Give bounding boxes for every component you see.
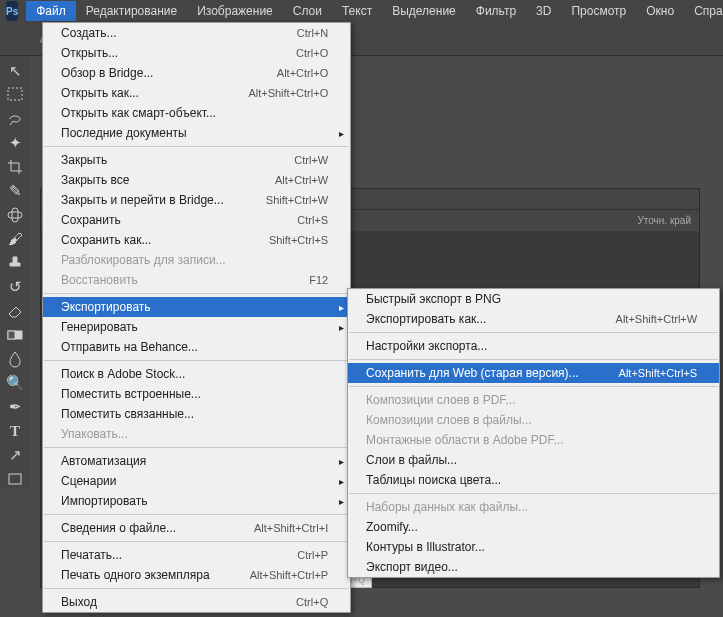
file-menu-item-15[interactable]: Экспортировать: [43, 297, 350, 317]
svg-rect-0: [8, 88, 22, 100]
export-menu-item-7: Композиции слоев в PDF...: [348, 390, 719, 410]
pen-tool-icon[interactable]: ✒: [6, 398, 24, 416]
dodge-tool-icon[interactable]: 🔍: [6, 374, 24, 392]
blur-tool-icon[interactable]: [6, 350, 24, 368]
wand-tool-icon[interactable]: ✦: [6, 134, 24, 152]
export-menu-item-14[interactable]: Zoomify...: [348, 517, 719, 537]
file-dropdown: Создать...Ctrl+NОткрыть...Ctrl+OОбзор в …: [42, 22, 351, 613]
file-menu-shortcut-3: Alt+Shift+Ctrl+O: [248, 87, 328, 99]
export-menu-item-0[interactable]: Быстрый экспорт в PNG: [348, 289, 719, 309]
file-menu-item-30[interactable]: Печатать...Ctrl+P: [43, 545, 350, 565]
crop-tool-icon[interactable]: [6, 158, 24, 176]
menu-view[interactable]: Просмотр: [561, 1, 636, 21]
export-menu-item-11[interactable]: Таблицы поиска цвета...: [348, 470, 719, 490]
file-menu-label-1: Открыть...: [61, 46, 118, 60]
file-menu-label-3: Открыть как...: [61, 86, 139, 100]
tool-palette: ↖ ✦ ✎ 🖌 ↺ 🔍 ✒ T ↗: [0, 56, 30, 488]
file-menu-item-12: Разблокировать для записи...: [43, 250, 350, 270]
export-menu-item-15[interactable]: Контуры в Illustrator...: [348, 537, 719, 557]
file-menu-item-11[interactable]: Сохранить как...Shift+Ctrl+S: [43, 230, 350, 250]
stamp-tool-icon[interactable]: [6, 254, 24, 272]
file-menu-item-7[interactable]: ЗакрытьCtrl+W: [43, 150, 350, 170]
file-menu-item-10[interactable]: СохранитьCtrl+S: [43, 210, 350, 230]
file-menu-item-20[interactable]: Поместить встроенные...: [43, 384, 350, 404]
menu-filter[interactable]: Фильтр: [466, 1, 526, 21]
file-menu-shortcut-10: Ctrl+S: [297, 214, 328, 226]
path-select-icon[interactable]: ↗: [6, 446, 24, 464]
file-menu-label-33: Выход: [61, 595, 97, 609]
file-menu-item-0[interactable]: Создать...Ctrl+N: [43, 23, 350, 43]
export-menu-label-16: Экспорт видео...: [366, 560, 458, 574]
file-menu-label-10: Сохранить: [61, 213, 121, 227]
history-brush-icon[interactable]: ↺: [6, 278, 24, 296]
export-submenu: Быстрый экспорт в PNGЭкспортировать как.…: [347, 288, 720, 578]
file-menu-item-26[interactable]: Импортировать: [43, 491, 350, 511]
file-menu-item-16[interactable]: Генерировать: [43, 317, 350, 337]
file-menu-label-7: Закрыть: [61, 153, 107, 167]
file-menu-label-16: Генерировать: [61, 320, 138, 334]
marquee-tool-icon[interactable]: [6, 86, 24, 104]
shape-tool-icon[interactable]: [6, 470, 24, 488]
export-menu-shortcut-5: Alt+Shift+Ctrl+S: [619, 367, 698, 379]
file-menu-item-4[interactable]: Открыть как смарт-объект...: [43, 103, 350, 123]
export-menu-item-10[interactable]: Слои в файлы...: [348, 450, 719, 470]
export-menu-item-1[interactable]: Экспортировать как...Alt+Shift+Ctrl+W: [348, 309, 719, 329]
eyedropper-tool-icon[interactable]: ✎: [6, 182, 24, 200]
export-menu-label-1: Экспортировать как...: [366, 312, 486, 326]
file-menu-shortcut-8: Alt+Ctrl+W: [275, 174, 328, 186]
file-menu-item-24[interactable]: Автоматизация: [43, 451, 350, 471]
file-menu-label-21: Поместить связанные...: [61, 407, 194, 421]
file-menu-item-21[interactable]: Поместить связанные...: [43, 404, 350, 424]
svg-rect-5: [9, 474, 21, 484]
menubar: Ps Файл Редактирование Изображение Слои …: [0, 0, 723, 22]
file-menu-shortcut-9: Shift+Ctrl+W: [266, 194, 328, 206]
file-menu-item-3[interactable]: Открыть как...Alt+Shift+Ctrl+O: [43, 83, 350, 103]
file-menu-item-8[interactable]: Закрыть всеAlt+Ctrl+W: [43, 170, 350, 190]
menu-edit[interactable]: Редактирование: [76, 1, 187, 21]
file-menu-item-31[interactable]: Печать одного экземпляраAlt+Shift+Ctrl+P: [43, 565, 350, 585]
file-menu-label-28: Сведения о файле...: [61, 521, 176, 535]
file-menu-shortcut-30: Ctrl+P: [297, 549, 328, 561]
file-menu-item-19[interactable]: Поиск в Adobe Stock...: [43, 364, 350, 384]
file-menu-label-11: Сохранить как...: [61, 233, 151, 247]
file-menu-item-28[interactable]: Сведения о файле...Alt+Shift+Ctrl+I: [43, 518, 350, 538]
file-menu-item-25[interactable]: Сценарии: [43, 471, 350, 491]
export-menu-label-7: Композиции слоев в PDF...: [366, 393, 515, 407]
menu-layers[interactable]: Слои: [283, 1, 332, 21]
export-menu-label-15: Контуры в Illustrator...: [366, 540, 485, 554]
export-menu-label-13: Наборы данных как файлы...: [366, 500, 528, 514]
file-menu-label-30: Печатать...: [61, 548, 122, 562]
export-menu-item-13: Наборы данных как файлы...: [348, 497, 719, 517]
file-menu-item-5[interactable]: Последние документы: [43, 123, 350, 143]
menu-file[interactable]: Файл: [26, 1, 76, 21]
file-menu-label-8: Закрыть все: [61, 173, 129, 187]
file-menu-item-17[interactable]: Отправить на Behance...: [43, 337, 350, 357]
inner-refine-label: Уточн. край: [637, 215, 691, 226]
export-menu-item-16[interactable]: Экспорт видео...: [348, 557, 719, 577]
file-menu-item-33[interactable]: ВыходCtrl+Q: [43, 592, 350, 612]
file-menu-shortcut-0: Ctrl+N: [297, 27, 328, 39]
menu-window[interactable]: Окно: [636, 1, 684, 21]
lasso-tool-icon[interactable]: [6, 110, 24, 128]
healing-tool-icon[interactable]: [6, 206, 24, 224]
move-tool-icon[interactable]: ↖: [6, 62, 24, 80]
type-tool-icon[interactable]: T: [6, 422, 24, 440]
file-menu-item-1[interactable]: Открыть...Ctrl+O: [43, 43, 350, 63]
menu-text[interactable]: Текст: [332, 1, 382, 21]
file-menu-shortcut-13: F12: [309, 274, 328, 286]
export-menu-item-3[interactable]: Настройки экспорта...: [348, 336, 719, 356]
file-menu-item-2[interactable]: Обзор в Bridge...Alt+Ctrl+O: [43, 63, 350, 83]
brush-tool-icon[interactable]: 🖌: [6, 230, 24, 248]
export-menu-label-5: Сохранить для Web (старая версия)...: [366, 366, 579, 380]
menu-select[interactable]: Выделение: [382, 1, 466, 21]
file-menu-label-4: Открыть как смарт-объект...: [61, 106, 216, 120]
menu-image[interactable]: Изображение: [187, 1, 283, 21]
gradient-tool-icon[interactable]: [6, 326, 24, 344]
file-menu-shortcut-31: Alt+Shift+Ctrl+P: [250, 569, 329, 581]
file-menu-item-9[interactable]: Закрыть и перейти в Bridge...Shift+Ctrl+…: [43, 190, 350, 210]
menu-3d[interactable]: 3D: [526, 1, 561, 21]
menu-help[interactable]: Справка: [684, 1, 723, 21]
file-menu-label-2: Обзор в Bridge...: [61, 66, 153, 80]
eraser-tool-icon[interactable]: [6, 302, 24, 320]
export-menu-item-5[interactable]: Сохранить для Web (старая версия)...Alt+…: [348, 363, 719, 383]
